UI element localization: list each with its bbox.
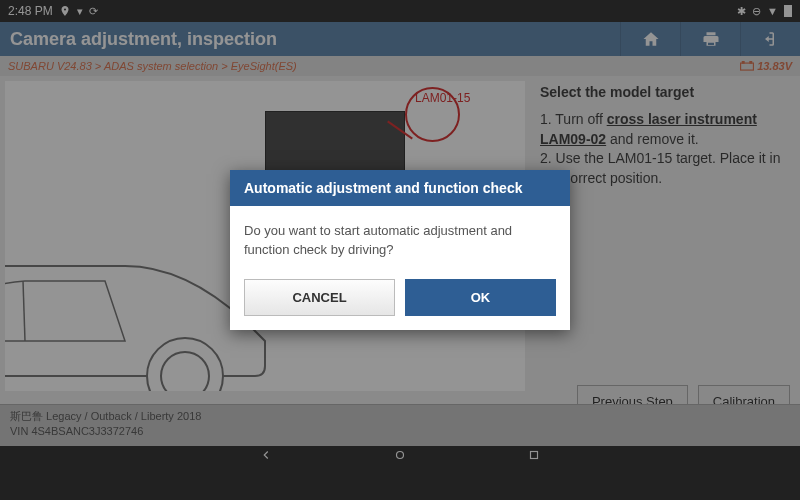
modal-overlay: Automatic adjustment and function check … (0, 0, 800, 500)
confirmation-dialog: Automatic adjustment and function check … (230, 170, 570, 329)
dialog-title: Automatic adjustment and function check (230, 170, 570, 206)
dialog-actions: CANCEL OK (230, 279, 570, 330)
cancel-button[interactable]: CANCEL (244, 279, 395, 316)
ok-button[interactable]: OK (405, 279, 556, 316)
dialog-body: Do you want to start automatic adjustmen… (230, 206, 570, 278)
